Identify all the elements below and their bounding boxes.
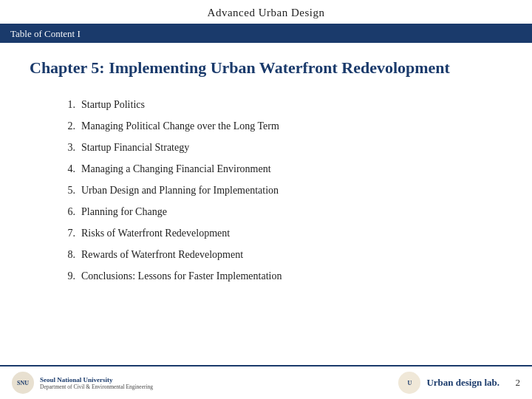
list-item: 5.Urban Design and Planning for Implemen…: [59, 180, 488, 201]
footer: SNU Seoul National University Department…: [0, 365, 532, 399]
item-text: Rewards of Waterfront Redevelopment: [81, 247, 243, 262]
list-item: 3.Startup Financial Strategy: [59, 137, 488, 158]
udl-label: Urban design lab.: [426, 377, 499, 389]
list-item: 7.Risks of Waterfront Redevelopment: [59, 222, 488, 244]
list-item: 9.Conclusions: Lessons for Faster Implem…: [59, 265, 488, 287]
item-number: 6.: [59, 204, 75, 219]
item-text: Managing Political Change over the Long …: [81, 118, 279, 134]
header: Advanced Urban Design: [0, 0, 532, 25]
item-number: 5.: [59, 183, 75, 198]
item-number: 1.: [59, 97, 75, 112]
content-list: 1.Startup Politics2.Managing Political C…: [59, 94, 488, 287]
list-item: 2.Managing Political Change over the Lon…: [59, 115, 488, 137]
list-item: 4.Managing a Changing Financial Environm…: [59, 158, 488, 180]
list-item: 1.Startup Politics: [59, 94, 488, 115]
toc-label: Table of Content I: [10, 28, 81, 39]
footer-right: U Urban design lab. 2: [398, 372, 520, 394]
item-text: Managing a Changing Financial Environmen…: [81, 161, 271, 177]
content-area: 1.Startup Politics2.Managing Political C…: [0, 86, 532, 294]
item-number: 7.: [59, 225, 75, 241]
list-item: 8.Rewards of Waterfront Redevelopment: [59, 244, 488, 265]
item-text: Startup Politics: [81, 97, 145, 112]
item-number: 2.: [59, 118, 75, 134]
footer-left: SNU Seoul National University Department…: [12, 372, 153, 394]
item-number: 3.: [59, 140, 75, 155]
item-text: Urban Design and Planning for Implementa…: [81, 183, 279, 198]
university-name: Seoul National University: [40, 376, 153, 383]
item-text: Planning for Change: [81, 204, 167, 219]
department-name: Department of Civil & Environmental Engi…: [40, 383, 153, 390]
item-number: 4.: [59, 161, 75, 177]
header-title: Advanced Urban Design: [208, 7, 325, 18]
footer-university-info: Seoul National University Department of …: [40, 376, 153, 390]
udl-logo-icon: U: [398, 372, 420, 394]
item-text: Conclusions: Lessons for Faster Implemen…: [81, 268, 282, 284]
chapter-title: Chapter 5: Implementing Urban Waterfront…: [0, 43, 532, 86]
list-item: 6.Planning for Change: [59, 201, 488, 222]
item-text: Risks of Waterfront Redevelopment: [81, 225, 230, 241]
item-number: 8.: [59, 247, 75, 262]
page-number: 2: [505, 377, 520, 389]
snu-logo-icon: SNU: [12, 372, 34, 394]
toc-banner: Table of Content I: [0, 25, 532, 43]
item-number: 9.: [59, 268, 75, 284]
item-text: Startup Financial Strategy: [81, 140, 189, 155]
